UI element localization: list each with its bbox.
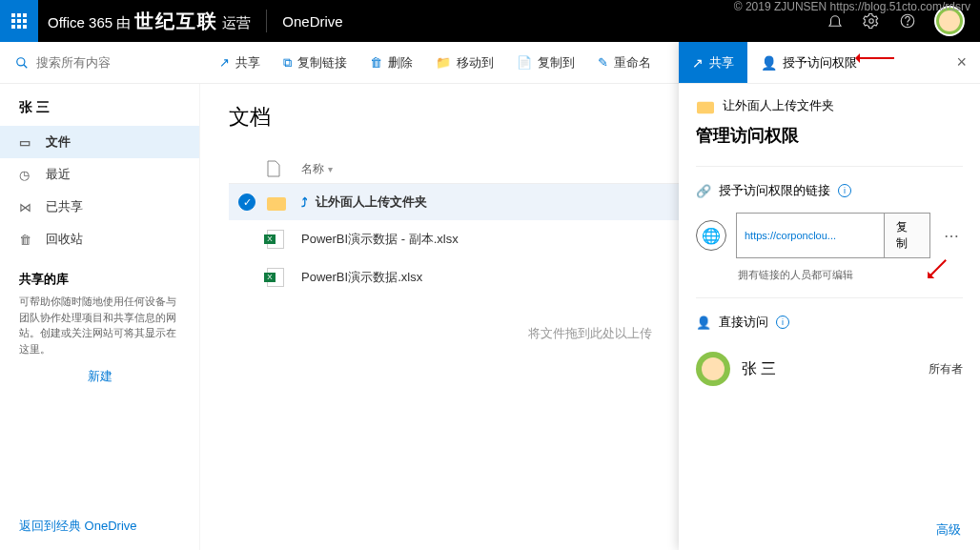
waffle-icon: [11, 13, 27, 29]
section-direct-access: 👤 直接访问 i 张 三 所有者: [696, 297, 963, 409]
svg-point-2: [908, 24, 909, 25]
brand-suffix: 运营: [222, 14, 251, 32]
copy-link-button[interactable]: ⧉复制链接: [274, 49, 357, 77]
copy-to-label: 复制到: [538, 54, 575, 71]
people-icon: ⋈: [19, 200, 34, 214]
create-new-link[interactable]: 新建: [0, 368, 199, 385]
copy-to-button[interactable]: 📄复制到: [507, 49, 584, 77]
clock-icon: ◷: [19, 168, 34, 182]
search-input[interactable]: [36, 55, 185, 70]
svg-point-3: [17, 57, 25, 65]
left-nav: 张 三 ▭文件 ◷最近 ⋈已共享 🗑回收站 共享的库 可帮助你随时随地使用任何设…: [0, 84, 200, 550]
move-to-button[interactable]: 📁移动到: [426, 49, 503, 77]
shared-libs-title: 共享的库: [0, 255, 199, 294]
watermark-text: © 2019 ZJUNSEN https://blog.51cto.com/rd…: [734, 0, 970, 13]
nav-shared[interactable]: ⋈已共享: [0, 191, 199, 223]
tab-grant-label: 授予访问权限: [783, 54, 857, 71]
nav-files[interactable]: ▭文件: [0, 126, 199, 158]
person-icon: 👤: [696, 316, 711, 330]
share-icon: ↗: [692, 55, 704, 71]
info-icon[interactable]: i: [838, 184, 851, 197]
brand-prefix: Office 365 由: [48, 14, 131, 32]
panel-title: 管理访问权限: [696, 124, 963, 147]
row-name: PowerBI演示数据.xlsx: [301, 269, 742, 286]
row-name: 让外面人上传文件夹: [316, 194, 427, 211]
details-panel: ↗共享 👤授予访问权限 × 让外面人上传文件夹 管理访问权限 🔗 授予访问权限的…: [679, 42, 980, 550]
copy-link-button[interactable]: 复制: [884, 214, 929, 257]
row-name: PowerBI演示数据 - 副本.xlsx: [301, 231, 742, 248]
person-key-icon: 👤: [761, 55, 777, 71]
classic-onedrive-link[interactable]: 返回到经典 OneDrive: [19, 518, 137, 535]
tab-share-label: 共享: [709, 54, 734, 71]
search-box[interactable]: [0, 55, 200, 71]
excel-icon: [267, 230, 284, 249]
folder-icon: [697, 102, 714, 114]
person-role: 所有者: [929, 361, 963, 377]
info-icon[interactable]: i: [776, 316, 789, 329]
sharing-link-row: 🌐 复制 ⋯: [696, 213, 963, 258]
share-icon: ↗: [219, 55, 230, 70]
move-to-label: 移动到: [457, 54, 494, 71]
delete-button[interactable]: 🗑删除: [360, 49, 422, 77]
brand-operator: 世纪互联: [134, 9, 218, 34]
notifications-icon[interactable]: [826, 11, 845, 31]
row-checkbox[interactable]: ✓: [238, 194, 255, 211]
shared-libs-desc: 可帮助你随时随地使用任何设备与团队协作处理项目和共享信息的网站。创建或关注网站可…: [0, 294, 199, 356]
annotation-arrow: [856, 57, 894, 59]
nav-recent[interactable]: ◷最近: [0, 158, 199, 191]
section-direct-header: 👤 直接访问 i: [696, 314, 963, 331]
person-name: 张 三: [742, 359, 776, 379]
link-icon: ⧉: [283, 55, 292, 71]
nav-files-label: 文件: [46, 133, 71, 151]
nav-recycle-label: 回收站: [46, 231, 83, 248]
folder-outline-icon: ▭: [19, 135, 34, 150]
app-launcher[interactable]: [0, 0, 38, 42]
col-name-label: 名称: [301, 161, 324, 177]
advanced-link[interactable]: 高级: [679, 510, 980, 550]
panel-context-folder: 让外面人上传文件夹: [696, 97, 963, 114]
file-type-icon: [267, 160, 301, 177]
app-name[interactable]: OneDrive: [282, 13, 342, 30]
nav-user-name: 张 三: [0, 95, 199, 126]
folder-icon: [267, 197, 286, 211]
section-links-label: 授予访问权限的链接: [719, 182, 830, 199]
copy-icon: 📄: [517, 55, 532, 70]
svg-point-0: [869, 19, 874, 24]
nav-shared-label: 已共享: [46, 198, 83, 215]
move-icon: 📁: [436, 55, 451, 70]
delete-label: 删除: [388, 54, 413, 71]
panel-folder-label: 让外面人上传文件夹: [723, 97, 834, 114]
section-links: 🔗 授予访问权限的链接 i 🌐 复制 ⋯ 拥有链接的人员都可编辑: [696, 166, 963, 297]
close-panel-button[interactable]: ×: [943, 52, 980, 72]
link-display: 复制: [736, 213, 930, 258]
share-label: 共享: [235, 54, 260, 71]
trash-icon: 🗑: [370, 55, 382, 70]
nav-recent-label: 最近: [46, 166, 71, 183]
copy-link-label: 复制链接: [297, 54, 347, 71]
link-more-icon[interactable]: ⋯: [940, 227, 963, 245]
person-avatar: [696, 352, 730, 386]
rename-button[interactable]: ✎重命名: [588, 49, 661, 77]
svg-line-4: [24, 64, 28, 68]
chevron-down-icon: ▾: [328, 164, 333, 174]
recycle-icon: 🗑: [19, 233, 34, 247]
nav-recycle[interactable]: 🗑回收站: [0, 223, 199, 255]
person-row: 张 三 所有者: [696, 344, 963, 394]
share-button[interactable]: ↗共享: [210, 49, 270, 77]
section-direct-label: 直接访问: [719, 314, 768, 331]
section-links-header: 🔗 授予访问权限的链接 i: [696, 182, 963, 199]
help-icon[interactable]: [898, 11, 917, 31]
rename-label: 重命名: [614, 54, 651, 71]
settings-icon[interactable]: [862, 11, 881, 31]
globe-icon: 🌐: [696, 220, 726, 251]
link-icon: 🔗: [696, 184, 711, 198]
search-icon: [15, 55, 29, 71]
panel-tabs: ↗共享 👤授予访问权限 ×: [679, 42, 980, 84]
pencil-icon: ✎: [598, 55, 608, 70]
divider: [266, 10, 267, 32]
sharing-link-input[interactable]: [737, 214, 884, 257]
tab-share[interactable]: ↗共享: [679, 42, 747, 83]
panel-body: 让外面人上传文件夹 管理访问权限 🔗 授予访问权限的链接 i 🌐 复制 ⋯ 拥有…: [679, 84, 980, 510]
excel-icon: [267, 268, 284, 287]
brand-area: Office 365 由 世纪互联 运营: [48, 9, 251, 34]
